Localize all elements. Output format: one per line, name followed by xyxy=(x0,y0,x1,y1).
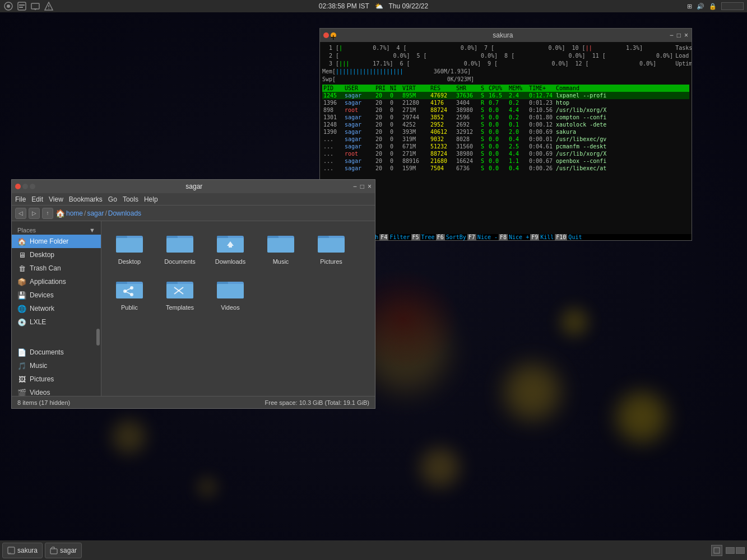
fm-back-btn[interactable]: ◁ xyxy=(15,208,26,219)
fkey-f8[interactable]: F8 xyxy=(499,234,508,240)
breadcrumb-sagar[interactable]: sagar xyxy=(87,209,104,217)
sidebar-item-trash[interactable]: 🗑 Trash Can xyxy=(12,262,101,275)
sidebar-item-home[interactable]: 🏠 Home Folder xyxy=(12,235,101,248)
process-row-3[interactable]: 1301 sagar 20 0 29744 3852 2596 S 0.0 0.… xyxy=(322,114,689,121)
sidebar-videos-label: Videos xyxy=(30,389,50,396)
process-row-6[interactable]: ... sagar 20 0 319M 9032 8028 S 0.0 0.4 … xyxy=(322,136,689,143)
sidebar-places-label: Places ▼ xyxy=(12,225,101,235)
process-row-0[interactable]: 1245 sagar 20 0 895M 47692 37636 S 16.5 … xyxy=(322,92,689,99)
file-item-templates[interactable]: Templates xyxy=(157,273,202,313)
fkey-f7[interactable]: F7 xyxy=(467,234,476,240)
sidebar-item-applications[interactable]: 📦 Applications xyxy=(12,275,101,288)
taskbar-icon-3[interactable] xyxy=(30,1,40,11)
fm-status-space: Free space: 10.3 GiB (Total: 19.1 GiB) xyxy=(265,399,369,406)
sidebar-documents-label: Documents xyxy=(30,348,64,356)
htop-footer[interactable]: F2Setup F3Search F4Filter F5Tree F6SortB… xyxy=(320,234,692,240)
fm-close-icon[interactable]: × xyxy=(368,183,372,190)
process-row-9[interactable]: ... sagar 20 0 88916 21680 16624 S 0.0 1… xyxy=(322,157,689,165)
fm-close-btn[interactable] xyxy=(15,184,21,189)
folder-icon-public xyxy=(116,275,143,302)
file-item-music[interactable]: Music xyxy=(258,227,303,267)
file-item-documents[interactable]: Documents xyxy=(157,227,202,267)
sidebar-scrollbar[interactable] xyxy=(12,329,101,346)
menu-tools[interactable]: Tools xyxy=(123,195,138,203)
time-display: 02:38:58 PM IST xyxy=(319,2,369,10)
taskbar-tray: ⊞ 🔊 🔒 xyxy=(687,2,744,10)
sidebar-collapse-icon[interactable]: ▼ xyxy=(89,227,95,234)
terminal-minimize-icon[interactable]: − xyxy=(670,31,674,39)
terminal-minimize-btn[interactable]: + xyxy=(331,32,336,38)
menu-view[interactable]: View xyxy=(49,195,63,203)
svg-rect-24 xyxy=(267,238,294,253)
fkey-f5[interactable]: F5 xyxy=(411,234,420,240)
taskbar-window-switcher xyxy=(726,547,745,554)
sidebar-lxle-label: LXLE xyxy=(30,318,46,326)
process-row-5[interactable]: 1390 sagar 20 0 393M 40612 32912 S 0.0 2… xyxy=(322,128,689,136)
sidebar-item-desktop[interactable]: 🖥 Desktop xyxy=(12,248,101,262)
taskbar-icon-2[interactable] xyxy=(17,1,27,11)
sidebar-item-lxle[interactable]: 💿 LXLE xyxy=(12,315,101,329)
sidebar-item-pictures[interactable]: 🖼 Pictures xyxy=(12,372,101,386)
breadcrumb-home[interactable]: home xyxy=(66,209,83,217)
file-label-public: Public xyxy=(121,304,138,311)
terminal-close-icon[interactable]: × xyxy=(684,31,688,39)
menu-edit[interactable]: Edit xyxy=(31,195,43,203)
filemanager-window: sagar − □ × File Edit View Bookmarks Go … xyxy=(11,179,375,409)
win-switch-1[interactable] xyxy=(726,547,735,554)
fm-forward-btn[interactable]: ▷ xyxy=(29,208,40,219)
applications-icon: 📦 xyxy=(17,277,26,286)
svg-rect-47 xyxy=(714,548,720,553)
terminal-close-btn[interactable] xyxy=(323,32,329,38)
menu-bookmarks[interactable]: Bookmarks xyxy=(69,195,103,203)
taskbar-btn-sagar[interactable]: sagar xyxy=(45,543,82,558)
breadcrumb-downloads[interactable]: Downloads xyxy=(108,209,141,217)
sidebar-item-network[interactable]: 🌐 Network xyxy=(12,302,101,315)
fm-up-btn[interactable]: ↑ xyxy=(42,208,53,219)
sidebar-scrollbar-thumb xyxy=(96,329,100,346)
fkey-f10[interactable]: F10 xyxy=(555,234,567,240)
win-switch-2[interactable] xyxy=(736,547,745,554)
terminal-win-controls: − □ × xyxy=(670,31,688,39)
terminal-maximize-icon[interactable]: □ xyxy=(677,31,681,39)
svg-rect-13 xyxy=(116,238,143,253)
taskbar-icon-4[interactable] xyxy=(44,1,54,11)
process-row-2[interactable]: 898 root 20 0 271M 88724 38980 S 0.0 4.4… xyxy=(322,106,689,114)
folder-icon-pictures xyxy=(318,229,345,256)
breadcrumb-sep1: / xyxy=(84,209,86,217)
fkey-f9[interactable]: F9 xyxy=(530,234,539,240)
process-row-1[interactable]: 1396 sagar 20 0 21280 4176 3404 R 0.7 0.… xyxy=(322,99,689,106)
sidebar-item-devices[interactable]: 💾 Devices xyxy=(12,288,101,302)
file-item-pictures[interactable]: Pictures xyxy=(309,227,354,267)
fkey-f4[interactable]: F4 xyxy=(379,234,388,240)
fm-win-controls: − □ × xyxy=(353,183,372,190)
fm-minimize-icon[interactable]: − xyxy=(353,183,357,190)
fkey-f6[interactable]: F6 xyxy=(436,234,445,240)
fm-maximize-icon[interactable]: □ xyxy=(360,183,364,190)
sidebar-item-documents[interactable]: 📄 Documents xyxy=(12,346,101,359)
process-row-7[interactable]: ... sagar 20 0 671M 51232 31560 S 0.0 2.… xyxy=(322,143,689,150)
file-item-downloads[interactable]: Downloads xyxy=(208,227,253,267)
sidebar-item-videos[interactable]: 🎬 Videos xyxy=(12,386,101,396)
menu-go[interactable]: Go xyxy=(108,195,117,203)
process-row-10[interactable]: ... sagar 20 0 159M 7504 6736 S 0.0 0.4 … xyxy=(322,165,689,172)
file-label-downloads: Downloads xyxy=(215,258,245,265)
sidebar-item-music[interactable]: 🎵 Music xyxy=(12,359,101,372)
terminal-content[interactable]: 1 [| 0.7%] 4 [ 0.0%] 7 [ 0.0%] 10 [|| 1.… xyxy=(320,42,692,240)
menu-file[interactable]: File xyxy=(15,195,26,203)
taskbar-show-desktop[interactable] xyxy=(711,545,722,556)
htop-table-header: PID USER PRI NI VIRT RES SHR S CPU% MEM%… xyxy=(322,85,689,92)
file-item-desktop[interactable]: Desktop xyxy=(107,227,152,267)
fm-btn2[interactable] xyxy=(22,184,28,189)
trash-icon: 🗑 xyxy=(17,264,26,273)
menu-help[interactable]: Help xyxy=(144,195,158,203)
folder-icon-documents xyxy=(166,229,193,256)
terminal-titlebar: + sakura − □ × xyxy=(320,29,692,42)
fm-btn3[interactable] xyxy=(30,184,35,189)
process-row-8[interactable]: ... root 20 0 271M 88724 38980 S 0.0 4.4… xyxy=(322,150,689,157)
file-item-videos[interactable]: Videos xyxy=(208,273,253,313)
taskbar-btn-sakura[interactable]: _ sakura xyxy=(2,543,43,558)
file-label-pictures: Pictures xyxy=(320,258,342,265)
start-icon[interactable] xyxy=(3,1,13,11)
file-item-public[interactable]: Public xyxy=(107,273,152,313)
process-row-4[interactable]: 1248 sagar 20 0 4252 2952 2692 S 0.0 0.1… xyxy=(322,121,689,128)
